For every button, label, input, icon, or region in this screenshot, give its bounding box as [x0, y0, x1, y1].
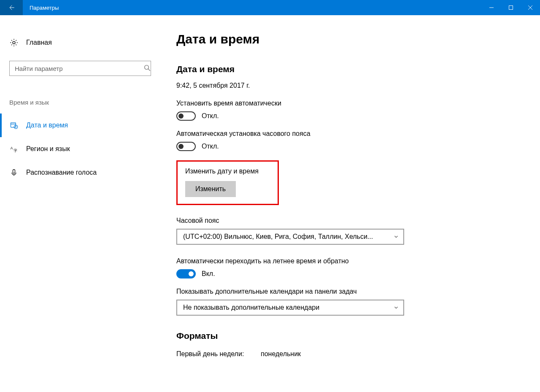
- dst-label: Автоматически переходить на летнее время…: [176, 257, 489, 265]
- change-datetime-highlight: Изменить дату и время Изменить: [176, 160, 279, 205]
- auto-tz-toggle-row: Откл.: [176, 142, 489, 151]
- arrow-left-icon: [8, 4, 15, 11]
- sidebar-item-speech[interactable]: Распознавание голоса: [0, 161, 165, 184]
- auto-tz-label: Автоматическая установка часового пояса: [176, 130, 489, 138]
- sidebar-item-label: Распознавание голоса: [26, 169, 97, 176]
- settings-window: Параметры Главная: [0, 0, 540, 392]
- svg-rect-7: [11, 123, 16, 127]
- auto-time-toggle[interactable]: [176, 111, 196, 121]
- dst-toggle-row: Вкл.: [176, 269, 489, 278]
- section-formats-title: Форматы: [176, 331, 489, 341]
- search-icon: [143, 64, 151, 72]
- current-datetime: 9:42, 5 сентября 2017 г.: [176, 82, 489, 89]
- search-input[interactable]: [9, 61, 151, 76]
- auto-time-toggle-row: Откл.: [176, 111, 489, 121]
- dst-state: Вкл.: [202, 270, 215, 278]
- svg-text:A: A: [11, 146, 13, 150]
- sidebar-item-label: Регион и язык: [26, 145, 70, 153]
- svg-line-6: [148, 69, 150, 71]
- sidebar-item-label: Дата и время: [26, 122, 68, 129]
- timezone-select[interactable]: (UTC+02:00) Вильнюс, Киев, Рига, София, …: [176, 229, 404, 245]
- change-datetime-button[interactable]: Изменить: [185, 181, 236, 197]
- sidebar-home-label: Главная: [26, 39, 52, 46]
- dst-toggle[interactable]: [176, 269, 196, 278]
- titlebar: Параметры: [0, 0, 540, 15]
- sidebar-item-region[interactable]: A 字 Регион и язык: [0, 137, 165, 161]
- close-button[interactable]: [521, 0, 540, 15]
- svg-point-4: [13, 41, 15, 44]
- search-field-wrapper: [9, 61, 155, 76]
- auto-tz-state: Откл.: [202, 143, 219, 150]
- chevron-down-icon: [393, 234, 399, 240]
- timezone-label: Часовой пояс: [176, 217, 489, 224]
- change-datetime-label: Изменить дату и время: [185, 168, 270, 175]
- gear-icon: [9, 38, 19, 47]
- sidebar-nav: Дата и время A 字 Регион и язык: [0, 114, 165, 184]
- page-title: Дата и время: [176, 32, 489, 46]
- maximize-icon: [508, 5, 513, 10]
- minimize-icon: [489, 5, 494, 10]
- content: Дата и время Дата и время 9:42, 5 сентяб…: [165, 15, 540, 392]
- microphone-icon: [9, 168, 19, 177]
- sidebar-category-label: Время и язык: [9, 99, 165, 106]
- first-day-value: понедельник: [261, 350, 301, 358]
- window-title: Параметры: [30, 5, 59, 11]
- timezone-value: (UTC+02:00) Вильнюс, Киев, Рига, София, …: [183, 233, 373, 241]
- section-datetime-title: Дата и время: [176, 64, 489, 74]
- svg-point-5: [145, 65, 149, 70]
- svg-rect-1: [509, 6, 513, 10]
- chevron-down-icon: [393, 305, 399, 311]
- auto-time-label: Установить время автоматически: [176, 100, 489, 107]
- back-button[interactable]: [0, 0, 23, 15]
- maximize-button[interactable]: [501, 0, 521, 15]
- sidebar-home[interactable]: Главная: [0, 36, 165, 49]
- auto-time-state: Откл.: [202, 112, 219, 120]
- extra-calendars-select[interactable]: Не показывать дополнительные календари: [176, 300, 404, 316]
- minimize-button[interactable]: [482, 0, 501, 15]
- extra-calendars-label: Показывать дополнительные календари на п…: [176, 288, 489, 295]
- first-day-label: Первый день недели:: [176, 350, 261, 358]
- close-icon: [528, 5, 533, 10]
- sidebar: Главная Время и язык Дата и: [0, 15, 165, 392]
- sidebar-item-datetime[interactable]: Дата и время: [0, 114, 165, 137]
- svg-rect-12: [13, 170, 15, 173]
- calendar-clock-icon: [9, 121, 19, 130]
- window-body: Главная Время и язык Дата и: [0, 15, 540, 392]
- auto-tz-toggle[interactable]: [176, 142, 196, 151]
- extra-calendars-value: Не показывать дополнительные календари: [183, 304, 319, 311]
- svg-text:字: 字: [14, 149, 17, 153]
- first-day-row: Первый день недели: понедельник: [176, 350, 489, 358]
- language-icon: A 字: [9, 144, 19, 154]
